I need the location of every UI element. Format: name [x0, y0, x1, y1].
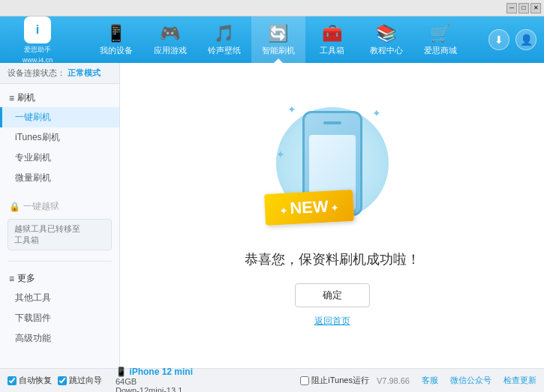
sidebar-item-advanced[interactable]: 高级功能 [0, 328, 119, 349]
minimize-button[interactable]: ─ [506, 3, 517, 13]
check-update-link[interactable]: 检查更新 [503, 375, 536, 386]
nav-right: ⬇ 👤 [488, 29, 536, 50]
logo-name: 爱思助手 [24, 45, 51, 55]
user-button[interactable]: 👤 [515, 29, 536, 50]
auto-restore-checkbox-item: 自动恢复 [8, 375, 52, 386]
auto-restore-checkbox[interactable] [8, 376, 17, 385]
download-button[interactable]: ⬇ [488, 29, 509, 50]
logo-url: www.i4.cn [23, 56, 53, 64]
sparkle-1: ✦ [287, 103, 296, 115]
ringtone-label: 铃声壁纸 [208, 45, 241, 56]
device-capacity: 64GB [116, 377, 193, 386]
device-version: Down-12mini-13,1 [116, 386, 193, 393]
mall-icon: 🛒 [430, 24, 450, 43]
new-banner: NEW [263, 190, 353, 226]
nav-items: 📱 我的设备 🎮 应用游戏 🎵 铃声壁纸 🔄 智能刷机 🧰 工具箱 📚 教程中心… [68, 16, 488, 63]
header: i 爱思助手 www.i4.cn 📱 我的设备 🎮 应用游戏 🎵 铃声壁纸 🔄 … [0, 16, 544, 63]
device-name-text: iPhone 12 mini [129, 367, 193, 377]
jailbreak-notice: 越狱工具已转移至 工具箱 [8, 219, 112, 250]
logo-area: i 爱思助手 www.i4.cn [8, 16, 68, 64]
back-home-link[interactable]: 返回首页 [314, 315, 350, 328]
success-illustration: NEW ✦ ✦ ✦ [272, 103, 392, 238]
status-bar: 自动恢复 跳过向导 📱 iPhone 12 mini 64GB Down-12m… [0, 368, 544, 392]
mall-label: 爱思商城 [424, 45, 457, 56]
nav-toolbox[interactable]: 🧰 工具箱 [305, 16, 359, 63]
flash-section-header: ≡ 刷机 [0, 88, 119, 107]
sidebar: 设备连接状态： 正常模式 ≡ 刷机 一键刷机 iTunes刷机 专业刷机 微量刷… [0, 63, 120, 368]
more-section-header: ≡ 更多 [0, 269, 119, 288]
stop-itunes-checkbox[interactable] [300, 376, 309, 385]
jailbreak-notice-line1: 越狱工具已转移至 [14, 223, 105, 235]
smart-flash-icon: 🔄 [268, 24, 288, 43]
title-bar: ─ □ ✕ [0, 0, 544, 16]
confirm-button[interactable]: 确定 [295, 283, 370, 307]
jailbreak-label: 一键越狱 [23, 200, 59, 213]
device-status-value: 正常模式 [68, 68, 101, 77]
more-section-icon: ≡ [9, 274, 14, 284]
smart-flash-label: 智能刷机 [262, 45, 295, 56]
more-section-label: 更多 [17, 272, 35, 285]
nav-smart-flash[interactable]: 🔄 智能刷机 [251, 16, 305, 63]
skip-wizard-label: 跳过向导 [69, 375, 102, 386]
device-status-label: 设备连接状态： [8, 68, 65, 77]
tutorial-icon: 📚 [376, 24, 396, 43]
sidebar-item-onekey-flash[interactable]: 一键刷机 [0, 107, 119, 127]
status-bar-left: 自动恢复 跳过向导 📱 iPhone 12 mini 64GB Down-12m… [8, 367, 293, 393]
sidebar-item-other-tools[interactable]: 其他工具 [0, 288, 119, 308]
close-button[interactable]: ✕ [530, 3, 541, 13]
wechat-link[interactable]: 微信公众号 [450, 375, 491, 386]
skip-wizard-checkbox[interactable] [58, 376, 67, 385]
sparkle-2: ✦ [372, 107, 381, 119]
app-game-icon: 🎮 [160, 24, 180, 43]
main-content: NEW ✦ ✦ ✦ 恭喜您，保资料刷机成功啦！ 确定 返回首页 [120, 63, 544, 368]
jailbreak-header: 🔒 一键越狱 [0, 197, 119, 216]
device-status: 设备连接状态： 正常模式 [0, 63, 119, 84]
ringtone-icon: 🎵 [214, 24, 234, 43]
success-text: 恭喜您，保资料刷机成功啦！ [245, 250, 420, 268]
sidebar-item-itunes-flash[interactable]: iTunes刷机 [0, 127, 119, 148]
flash-section: ≡ 刷机 一键刷机 iTunes刷机 专业刷机 微量刷机 [0, 84, 119, 193]
version-text: V7.98.66 [377, 376, 410, 385]
nav-ringtone[interactable]: 🎵 铃声壁纸 [197, 16, 251, 63]
service-link[interactable]: 客服 [422, 375, 438, 386]
tutorial-label: 教程中心 [370, 45, 403, 56]
stop-itunes-label: 阻止iTunes运行 [311, 375, 369, 386]
status-bar-right: V7.98.66 客服 微信公众号 检查更新 [377, 375, 536, 386]
toolbox-icon: 🧰 [322, 24, 342, 43]
sidebar-item-micro-flash[interactable]: 微量刷机 [0, 168, 119, 188]
phone-speaker [323, 121, 341, 124]
my-device-icon: 📱 [106, 24, 126, 43]
sidebar-divider [8, 261, 112, 262]
sidebar-item-download-firmware[interactable]: 下载固件 [0, 308, 119, 328]
sparkle-3: ✦ [276, 148, 285, 160]
more-section: ≡ 更多 其他工具 下载固件 高级功能 [0, 265, 119, 353]
my-device-label: 我的设备 [100, 45, 133, 56]
main-area: 设备连接状态： 正常模式 ≡ 刷机 一键刷机 iTunes刷机 专业刷机 微量刷… [0, 63, 544, 368]
logo-icon: i [24, 16, 51, 43]
device-name: 📱 iPhone 12 mini [116, 367, 193, 377]
maximize-button[interactable]: □ [518, 3, 529, 13]
nav-mall[interactable]: 🛒 爱思商城 [413, 16, 467, 63]
toolbox-label: 工具箱 [320, 45, 344, 56]
auto-restore-label: 自动恢复 [19, 375, 52, 386]
lock-icon: 🔒 [9, 202, 20, 212]
logo-symbol: i [36, 23, 39, 37]
phone-small-icon: 📱 [116, 367, 129, 377]
sidebar-item-pro-flash[interactable]: 专业刷机 [0, 148, 119, 168]
window-controls: ─ □ ✕ [506, 3, 541, 13]
nav-app-game[interactable]: 🎮 应用游戏 [143, 16, 197, 63]
device-info: 📱 iPhone 12 mini 64GB Down-12mini-13,1 [116, 367, 193, 393]
app-game-label: 应用游戏 [154, 45, 187, 56]
skip-wizard-checkbox-item: 跳过向导 [58, 375, 102, 386]
itunes-stop-area: 阻止iTunes运行 [300, 375, 369, 386]
jailbreak-notice-line2: 工具箱 [14, 235, 105, 246]
nav-my-device[interactable]: 📱 我的设备 [89, 16, 143, 63]
flash-section-icon: ≡ [9, 93, 14, 103]
flash-section-label: 刷机 [17, 91, 35, 104]
nav-tutorial[interactable]: 📚 教程中心 [359, 16, 413, 63]
jailbreak-section: 🔒 一键越狱 越狱工具已转移至 工具箱 [0, 193, 119, 258]
